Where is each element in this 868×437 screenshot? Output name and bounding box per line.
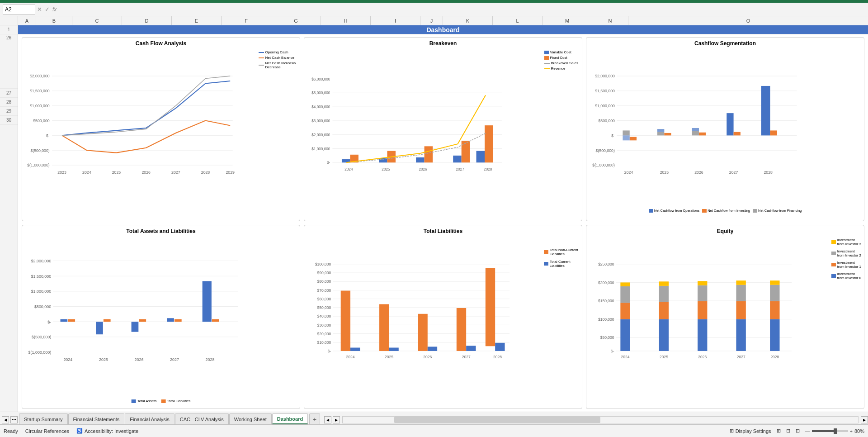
equity-legend: Investmentfrom Investor 3 Investmentfrom… [831,238,861,280]
svg-text:$-: $- [328,349,331,353]
svg-text:$500,000: $500,000 [33,119,50,123]
equity-svg: $250,000 $200,000 $150,000 $100,000 $50,… [589,235,802,383]
view-page[interactable]: ⊡ [796,428,800,434]
svg-rect-140 [495,343,505,351]
svg-text:2026: 2026 [419,167,427,171]
svg-rect-161 [620,282,630,286]
status-bar: Ready Circular References ♿ Accessibilit… [0,424,868,437]
zoom-control[interactable]: — + 80% [805,428,864,434]
svg-rect-65 [623,135,629,140]
svg-text:2026: 2026 [142,170,151,175]
svg-text:$5,000,000: $5,000,000 [311,91,330,95]
scroll-right-end[interactable]: ▶ [861,416,868,423]
svg-rect-139 [486,268,495,346]
svg-rect-73 [734,132,741,136]
svg-text:$-: $- [611,133,615,138]
svg-rect-72 [726,113,733,135]
view-normal[interactable]: ⊞ [777,428,781,434]
svg-text:$1,000,000: $1,000,000 [311,147,330,151]
svg-text:$500,000: $500,000 [34,304,51,309]
svg-rect-37 [416,157,424,162]
svg-text:2027: 2027 [456,167,465,171]
view-layout[interactable]: ⊟ [786,428,790,434]
svg-text:2024: 2024 [624,170,633,175]
svg-rect-68 [657,129,664,132]
tab-working-sheet[interactable]: Working Sheet [229,413,272,424]
assets-liabilities-chart: Total Assets and Liabilities $2,000,000 … [22,225,300,409]
svg-text:$10,000: $10,000 [317,340,331,345]
status-right: ⊞ Display Settings ⊞ ⊟ ⊡ — + 80% [730,428,864,434]
tab-financial-statements[interactable]: Financial Statements [68,413,125,424]
svg-rect-134 [389,347,398,351]
charts-bottom-row: Total Assets and Liabilities $2,000,000 … [22,225,864,409]
svg-text:$(1,000,000): $(1,000,000) [27,163,50,167]
svg-text:2024: 2024 [63,357,72,362]
svg-text:$50,000: $50,000 [317,305,331,310]
tab-nav-left[interactable]: ◀ [2,416,9,423]
svg-rect-96 [96,322,103,334]
svg-text:2028: 2028 [770,355,779,359]
svg-text:$2,000,000: $2,000,000 [595,74,615,78]
cashflow-seg-chart: Cashflow Segmentation $2,000,000 $1,500,… [586,37,864,221]
svg-rect-164 [659,286,669,302]
svg-text:$-: $- [47,320,51,324]
svg-rect-66 [657,132,664,136]
svg-text:$(500,000): $(500,000) [30,148,49,153]
equity-title: Equity [589,228,861,234]
tab-scroll-right[interactable]: ▶ [333,416,340,423]
accessibility-text: Accessibility: Investigate [85,428,138,434]
assets-liabilities-title: Total Assets and Liabilities [25,228,297,234]
svg-rect-165 [659,281,669,286]
tab-add[interactable]: + [309,413,320,424]
svg-text:$70,000: $70,000 [317,288,331,293]
svg-text:2023: 2023 [57,170,66,175]
charts-container: Cash Flow Analysis $2,000,000 $1,500,000… [18,34,868,412]
accessibility-icon[interactable]: ♿ Accessibility: Investigate [76,428,138,434]
svg-text:$(1,000,000): $(1,000,000) [28,350,51,355]
svg-rect-102 [203,281,212,322]
svg-text:$-: $- [611,349,614,353]
svg-text:2024: 2024 [346,355,355,359]
svg-rect-131 [341,291,350,351]
svg-text:2025: 2025 [99,357,108,362]
tab-scroll-left[interactable]: ◀ [324,416,331,423]
svg-text:2025: 2025 [385,355,393,359]
svg-text:$30,000: $30,000 [317,323,331,328]
svg-rect-63 [623,130,629,135]
svg-text:$-: $- [46,133,50,138]
svg-rect-100 [167,318,174,322]
breakeven-chart: Breakeven $6,000,000 $5,000,000 $4,000,0… [304,37,582,221]
tab-financial-analysis[interactable]: Financial Analysis [125,413,174,424]
breakeven-legend: Variable Cost Fixed Cost Breakeven Sales… [544,50,578,71]
equity-chart: Equity $250,000 $200,000 $150,000 $100,0… [586,225,864,409]
row-numbers: 1 26 27 28 29 30 [0,25,18,412]
svg-rect-98 [132,322,139,332]
main-content: Dashboard Cash Flow Analysis $2,000,000 … [18,25,868,412]
svg-text:2029: 2029 [226,170,235,175]
cash-flow-legend: Opening Cash Net Cash Balance Net Cash I… [259,50,296,69]
svg-rect-159 [620,303,630,319]
svg-text:2027: 2027 [737,355,745,359]
status-ready: Ready [4,428,18,434]
svg-rect-172 [736,285,745,301]
col-G: G [271,16,321,25]
horizontal-scrollbar[interactable] [342,416,859,423]
svg-rect-44 [485,125,493,162]
tab-startup-summary[interactable]: Startup Summary [19,413,68,424]
col-N: N [592,16,628,25]
svg-rect-43 [462,141,470,162]
tab-dashboard[interactable]: Dashboard [272,413,308,424]
zoom-percent: 80% [854,428,864,434]
svg-rect-135 [418,314,427,351]
col-O: O [628,16,868,25]
tab-nav-dots[interactable]: ••• [10,416,18,423]
svg-text:2024: 2024 [344,167,353,171]
col-M: M [542,16,592,25]
cell-reference[interactable]: A2 [3,5,35,14]
svg-rect-99 [139,319,146,322]
tab-cac-clv[interactable]: CAC - CLV Analysis [175,413,229,424]
svg-rect-103 [212,319,219,322]
display-settings[interactable]: ⊞ Display Settings [730,428,771,434]
svg-text:2027: 2027 [462,355,471,359]
svg-rect-166 [698,319,707,351]
